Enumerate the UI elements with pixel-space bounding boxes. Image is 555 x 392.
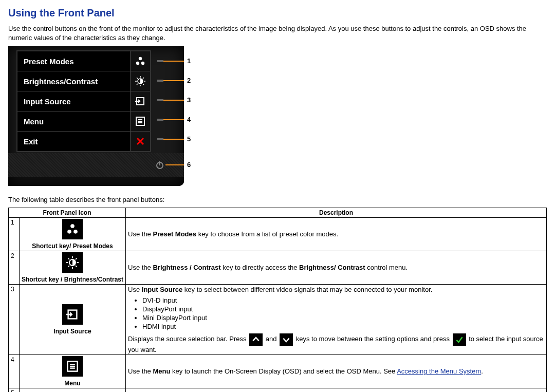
- chevron-up-icon: [249, 333, 263, 346]
- callout-6: 6: [187, 161, 191, 169]
- osd-label-brightness: Brightness/Contrast: [17, 77, 130, 86]
- chevron-down-icon: [280, 333, 293, 346]
- front-panel-diagram: Preset Modes Brightness/Contrast Input S…: [8, 46, 203, 186]
- brightness-icon: [62, 252, 83, 273]
- table-row: 1 Shortcut key/ Preset Modes Use the Pre…: [9, 217, 547, 251]
- row-num: 4: [9, 354, 20, 388]
- th-desc: Description: [126, 208, 547, 217]
- desc-text: keys to move between the setting options…: [296, 335, 452, 343]
- list-item: DVI-D input: [142, 296, 544, 304]
- desc-text: Use: [128, 286, 142, 293]
- desc-text: key to directly access the: [221, 264, 299, 271]
- desc-bold: Brightness / Contrast: [153, 264, 220, 271]
- callout-4: 4: [187, 116, 191, 123]
- page-title: Using the Front Panel: [8, 7, 547, 19]
- preset-modes-icon: [130, 51, 150, 71]
- callout-2: 2: [187, 77, 191, 84]
- row-num: 3: [9, 284, 20, 354]
- icon-label: Input Source: [53, 328, 91, 335]
- callout-5: 5: [187, 135, 191, 143]
- osd-label-exit: Exit: [17, 137, 130, 146]
- list-item: Mini DisplayPort input: [142, 314, 544, 322]
- desc-bold: Brightness/ Contrast: [299, 264, 365, 271]
- preset-modes-icon: [62, 219, 83, 239]
- table-row: 2 Shortcut key / Brightness/Contrast Use…: [9, 251, 547, 284]
- osd-label-input: Input Source: [17, 97, 130, 106]
- table-row: 5: [9, 388, 547, 392]
- desc-text: control menu.: [365, 264, 408, 271]
- front-panel-table: Front Panel Icon Description 1 Shortcut …: [8, 208, 547, 392]
- desc-text: Use the: [128, 367, 153, 375]
- desc-text: key to launch the On-Screen Display (OSD…: [170, 367, 397, 375]
- desc-bold: Input Source: [142, 286, 182, 293]
- callout-3: 3: [187, 96, 191, 104]
- osd-label-preset: Preset Modes: [17, 57, 130, 66]
- row-num: 1: [9, 217, 20, 251]
- input-source-icon: [130, 91, 150, 111]
- menu-icon: [62, 356, 83, 377]
- close-icon: [130, 132, 150, 151]
- desc-bold: Preset Modes: [153, 230, 196, 238]
- icon-label: Shortcut key/ Preset Modes: [32, 242, 113, 250]
- table-row: 4 Menu Use the Menu key to launch the On…: [9, 354, 547, 388]
- desc-text: Use the: [128, 264, 153, 271]
- accessing-menu-link[interactable]: Accessing the Menu System: [397, 367, 481, 375]
- brightness-icon: [130, 71, 150, 91]
- list-item: DisplayPort input: [142, 305, 544, 313]
- desc-text: Displays the source selection bar. Press: [128, 335, 248, 343]
- list-item: HDMI input: [142, 323, 544, 330]
- desc-text: key to select between different video si…: [182, 286, 432, 293]
- row-num: 5: [9, 388, 20, 392]
- intro-text: Use the control buttons on the front of …: [8, 24, 547, 42]
- desc-text: Use the: [128, 230, 153, 238]
- icon-label: Menu: [64, 380, 80, 387]
- desc-text: .: [481, 367, 483, 375]
- power-icon: [155, 160, 164, 170]
- desc-bold: Menu: [153, 367, 170, 375]
- menu-icon: [130, 111, 150, 131]
- check-icon: [453, 333, 466, 346]
- osd-label-menu: Menu: [17, 117, 130, 126]
- callout-1: 1: [187, 57, 191, 65]
- table-row: 3 Input Source Use Input Source key to s…: [9, 284, 547, 354]
- th-icon: Front Panel Icon: [9, 208, 126, 217]
- icon-label: Shortcut key / Brightness/Contrast: [22, 276, 123, 283]
- row-num: 2: [9, 251, 20, 284]
- desc-text: and: [266, 335, 279, 343]
- table-intro: The following table describes the front …: [8, 195, 547, 204]
- input-source-icon: [62, 304, 83, 325]
- desc-text: key to choose from a list of preset colo…: [196, 230, 338, 238]
